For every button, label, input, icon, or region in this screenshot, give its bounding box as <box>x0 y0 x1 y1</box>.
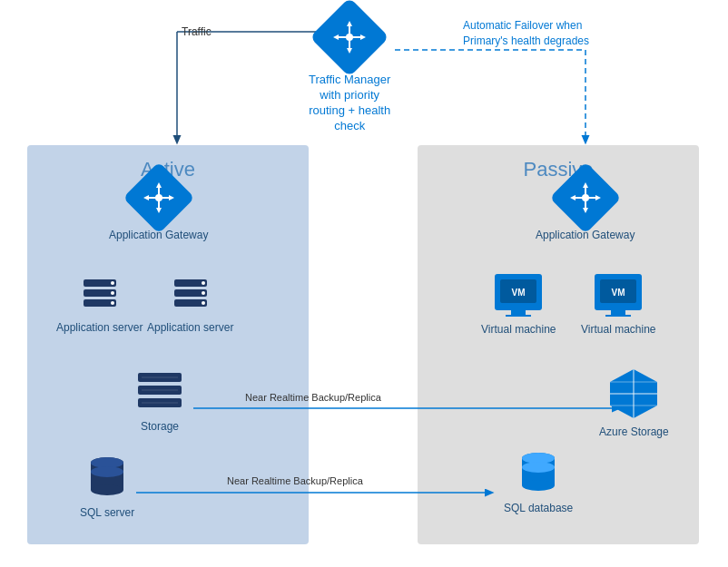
active-gw-svg <box>143 181 175 214</box>
svg-point-19 <box>155 194 162 201</box>
backup-label-1: Near Realtime Backup/Replica <box>245 392 381 403</box>
sql-server-svg <box>87 454 127 501</box>
sql-server: SQL server <box>80 454 134 519</box>
storage-svg <box>134 367 185 415</box>
svg-point-12 <box>346 34 353 41</box>
traffic-manager-icon: Traffic Manager with priority routing + … <box>309 9 390 134</box>
server2-svg <box>169 272 212 316</box>
passive-sql-db: SQL database <box>504 449 573 514</box>
svg-marker-46 <box>583 208 588 213</box>
server1-svg <box>78 272 122 316</box>
svg-point-24 <box>111 291 114 295</box>
svg-marker-8 <box>347 21 352 26</box>
passive-gw-svg <box>569 181 602 214</box>
sql-db-svg <box>518 449 558 496</box>
tm-label: Traffic Manager with priority routing + … <box>309 73 390 134</box>
svg-point-31 <box>202 301 205 305</box>
svg-marker-18 <box>169 195 174 200</box>
svg-marker-9 <box>347 48 352 54</box>
active-server2: Application server <box>147 272 233 334</box>
svg-marker-11 <box>360 34 366 40</box>
svg-text:VM: VM <box>612 288 625 298</box>
svg-point-25 <box>111 301 114 305</box>
vm1-svg: VM <box>493 272 544 318</box>
active-server1: Application server <box>56 272 143 334</box>
passive-azure-storage: Azure Storage <box>599 367 669 438</box>
svg-marker-15 <box>156 182 162 188</box>
svg-text:VM: VM <box>512 288 526 298</box>
passive-vm1: VM Virtual machine <box>481 272 556 336</box>
svg-point-30 <box>202 291 205 295</box>
svg-marker-47 <box>570 195 576 200</box>
svg-marker-45 <box>583 182 588 188</box>
diagram: Active Passive Traffic Automatic Failove… <box>0 0 728 567</box>
backup-label-2: Near Realtime Backup/Replica <box>227 475 363 486</box>
tm-svg <box>331 19 368 55</box>
passive-vm2: VM Virtual machine <box>581 272 656 336</box>
svg-rect-54 <box>506 315 531 317</box>
active-storage: Storage <box>134 367 185 433</box>
svg-point-29 <box>202 281 205 285</box>
svg-point-49 <box>582 194 589 201</box>
svg-point-42 <box>91 466 123 477</box>
svg-marker-17 <box>143 195 149 200</box>
svg-point-67 <box>522 480 555 491</box>
az-storage-svg <box>607 367 660 420</box>
traffic-label: Traffic <box>182 25 212 38</box>
failover-label: Automatic Failover when Primary's health… <box>463 18 589 49</box>
svg-rect-59 <box>605 315 631 317</box>
active-app-gateway: Application Gateway <box>109 172 208 241</box>
svg-marker-10 <box>333 34 339 40</box>
svg-point-23 <box>111 281 114 285</box>
passive-app-gateway: Application Gateway <box>536 172 635 241</box>
svg-point-40 <box>91 484 123 495</box>
svg-point-69 <box>522 462 555 473</box>
svg-marker-16 <box>156 208 162 213</box>
svg-marker-48 <box>595 195 601 200</box>
vm2-svg: VM <box>593 272 644 318</box>
